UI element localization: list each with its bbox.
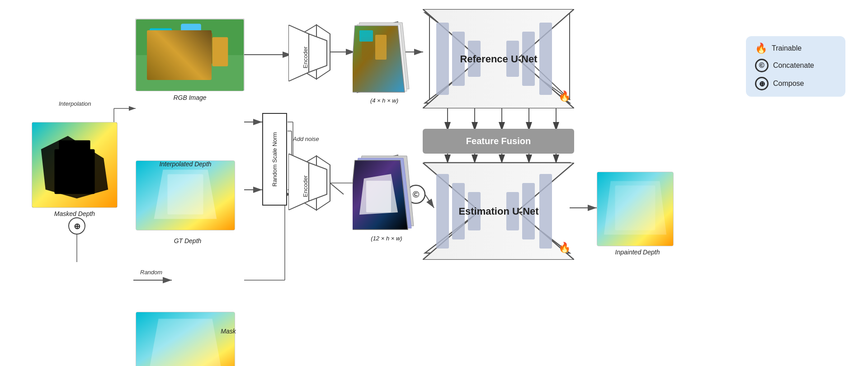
svg-text:Encoder: Encoder [302, 46, 309, 68]
latent-top-svg [353, 19, 411, 96]
svg-rect-59 [176, 42, 192, 73]
svg-text:Encoder: Encoder [302, 175, 309, 197]
encoder-top-svg: Encoder [288, 25, 329, 81]
encoder-bottom-svg: Encoder [288, 154, 329, 210]
svg-text:Reference U-Net: Reference U-Net [460, 53, 538, 65]
inpainted-depth-label: Inpainted Depth [599, 249, 676, 256]
random-label: Random [140, 269, 162, 276]
concatenate-label: Concatenate [773, 61, 814, 70]
svg-text:Estimation U-Net: Estimation U-Net [458, 206, 539, 217]
svg-rect-94 [359, 30, 373, 42]
svg-rect-61 [194, 33, 212, 64]
latent-bottom-label: (12 × h × w) [355, 235, 418, 242]
svg-text:🔥: 🔥 [558, 241, 571, 253]
gt-depth-thumbnail [136, 312, 235, 366]
diagram-container: © ⊕ [0, 0, 868, 366]
legend-trainable: 🔥 Trainable [755, 42, 836, 54]
masked-depth-thumbnail [32, 122, 118, 208]
latent-bottom-svg [353, 154, 416, 233]
svg-rect-106 [539, 23, 552, 95]
svg-rect-120 [615, 186, 656, 230]
svg-rect-110 [436, 174, 449, 249]
latent-top-label: (4 × h × w) [355, 97, 414, 104]
svg-line-31 [330, 183, 344, 194]
svg-rect-63 [181, 24, 201, 42]
svg-rect-68 [59, 141, 90, 163]
svg-rect-57 [154, 37, 172, 73]
compose-label: Compose [773, 80, 804, 88]
add-noise-label: Add noise [293, 136, 319, 142]
feature-fusion-box: Feature Fusion [423, 129, 574, 154]
svg-rect-101 [436, 23, 449, 95]
legend-compose: ⊕ Compose [755, 77, 836, 90]
svg-text:🔥: 🔥 [558, 90, 571, 102]
svg-rect-99 [366, 181, 391, 212]
concatenate-icon: © [755, 59, 769, 72]
svg-rect-62 [212, 37, 228, 66]
legend-concatenate: © Concatenate [755, 59, 836, 72]
svg-rect-71 [167, 174, 203, 214]
interpolated-depth-thumbnail [136, 160, 235, 230]
mask-label: Mask [201, 328, 255, 335]
svg-rect-60 [150, 28, 172, 47]
svg-marker-87 [309, 163, 327, 201]
masked-depth-label: Masked Depth [38, 210, 111, 217]
svg-text:⊕: ⊕ [74, 222, 80, 231]
estimation-unet-svg: Estimation U-Net 🔥 [423, 163, 574, 260]
svg-point-47 [69, 218, 85, 234]
inpainted-depth-thumbnail [597, 172, 674, 246]
svg-marker-73 [150, 319, 222, 366]
compose-icon: ⊕ [755, 77, 769, 90]
trainable-label: Trainable [772, 44, 802, 52]
reference-unet-svg: Reference U-Net 🔥 [423, 9, 574, 108]
svg-rect-115 [539, 174, 552, 249]
interpolated-depth-label: Interpolated Depth [140, 160, 231, 168]
random-scale-norm-box: Random Scale Norm [262, 113, 287, 206]
legend-box: 🔥 Trainable © Concatenate ⊕ Compose [746, 36, 845, 97]
fire-icon: 🔥 [755, 42, 767, 54]
svg-rect-58 [161, 33, 172, 55]
interpolation-label: Interpolation [59, 100, 91, 107]
svg-rect-93 [375, 35, 387, 60]
rgb-image-thumbnail [136, 19, 244, 91]
svg-marker-84 [309, 34, 327, 72]
rgb-image-label: RGB Image [158, 94, 222, 101]
gt-depth-label: GT Depth [160, 237, 215, 244]
